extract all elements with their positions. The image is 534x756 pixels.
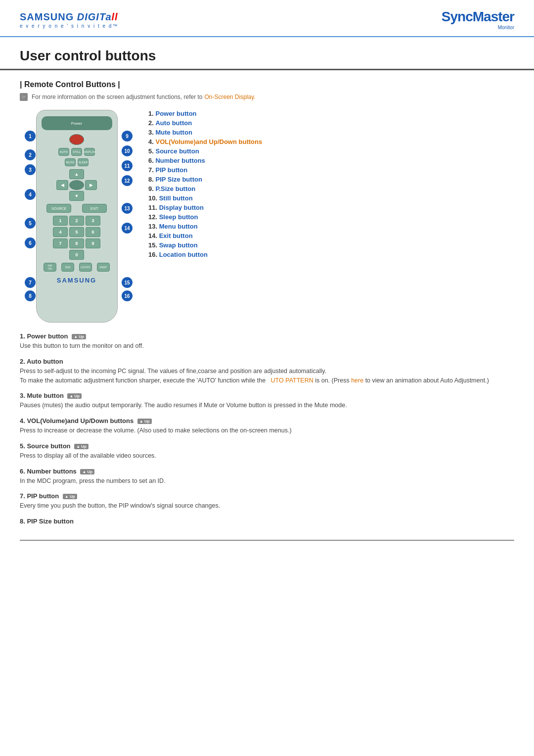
remote-diagram: 1 2 3 4 5 6 7 8 9 10 11 12 13 14 15 16 P…	[20, 110, 134, 323]
badge-2: 2	[25, 149, 36, 160]
list-num-9: 9.	[148, 185, 154, 192]
list-label-3: Mute button	[155, 129, 192, 136]
list-num-10: 10.	[148, 194, 157, 202]
list-label-12: Sleep button	[159, 213, 198, 221]
remote-auto-btn[interactable]: AUTO	[58, 148, 69, 156]
page-title-section: User control buttons	[0, 37, 534, 70]
remote-sleep-btn[interactable]: SLEEP	[78, 158, 89, 166]
remote-source-btn[interactable]: SOURCE	[46, 204, 71, 213]
page-title: User control buttons	[20, 48, 514, 64]
list-label-15: Swap button	[159, 241, 198, 249]
remote-top-bar: Power	[42, 116, 112, 130]
remote-swap-btn[interactable]: SWAP	[97, 263, 110, 272]
badge-14: 14	[122, 223, 133, 234]
desc-title-7: 7. PIP button ▲ Up	[20, 492, 514, 500]
list-label-1: Power button	[155, 110, 196, 117]
monitor-label: Monitor	[442, 25, 514, 30]
list-item-10: 10. Still button	[148, 194, 514, 202]
remote-num-0[interactable]: 0	[69, 250, 84, 260]
list-num-2: 2.	[148, 119, 154, 127]
badge-13: 13	[122, 203, 133, 214]
list-item-5: 5. Source button	[148, 147, 514, 155]
remote-mute-btn[interactable]: MUTE	[65, 158, 76, 166]
list-item-2: 2. Auto button	[148, 119, 514, 127]
remote-dpad-up[interactable]: ▲	[69, 169, 84, 179]
desc-title-6: 6. Number buttons ▲ Up	[20, 468, 514, 475]
remote-power-btn[interactable]	[69, 134, 84, 145]
desc-title-2: 2. Auto button	[20, 358, 514, 365]
remote-dpad: ▲ ◀ ▶ ▼	[42, 169, 112, 201]
remote-dpad-right[interactable]: ▶	[85, 180, 97, 190]
badge-5: 5	[25, 218, 36, 229]
desc-title-8: 8. PIP Size button	[20, 518, 514, 525]
desc-text-4: Press to increase or decrease the volume…	[20, 426, 514, 435]
remote-samsung-label: SAMSUNG	[42, 277, 112, 284]
desc-text-3: Pauses (mutes) the audio output temporar…	[20, 401, 514, 410]
desc-item-7: 7. PIP button ▲ Up Every time you push t…	[20, 492, 514, 511]
up-badge-3: ▲ Up	[67, 393, 82, 399]
remote-bottom-row: PIPON SIZE LOCATE SWAP	[42, 263, 112, 272]
list-num-16: 16.	[148, 251, 157, 258]
remote-dpad-left[interactable]: ◀	[56, 180, 68, 190]
list-item-13: 13. Menu button	[148, 223, 514, 230]
uto-pattern-link[interactable]: UTO PATTERN	[271, 377, 313, 384]
list-num-7: 7.	[148, 166, 154, 174]
list-label-9: P.Size button	[155, 185, 195, 192]
list-num-4: 4.	[148, 138, 154, 145]
remote-num-3[interactable]: 3	[86, 216, 100, 226]
remote-exit-btn[interactable]: EXIT	[82, 204, 107, 213]
list-item-3: 3. Mute button	[148, 129, 514, 136]
desc-text-5: Press to display all of the available vi…	[20, 451, 514, 461]
badge-11: 11	[122, 160, 133, 171]
list-item-15: 15. Swap button	[148, 241, 514, 249]
list-label-2: Auto button	[155, 119, 192, 127]
remote-power-row	[42, 134, 112, 145]
remote-body: Power AUTO STILL DISPLAY MUTE SLEEP	[36, 110, 118, 323]
remote-dpad-down[interactable]: ▼	[69, 191, 84, 201]
button-list: 1. Power button 2. Auto button 3. Mute b…	[148, 110, 514, 323]
remote-num-5[interactable]: 5	[69, 227, 84, 237]
page-header: SAMSUNG DIGITall e v e r y o n e ' s i n…	[0, 0, 534, 37]
remote-num-2[interactable]: 2	[69, 216, 84, 226]
list-label-10: Still button	[159, 194, 193, 202]
list-num-14: 14.	[148, 232, 157, 239]
list-num-12: 12.	[148, 213, 157, 221]
remote-num-1[interactable]: 1	[53, 216, 68, 226]
desc-title-1: 1. Power button ▲ Up	[20, 332, 514, 340]
info-line: ☞ For more information on the screen adj…	[20, 93, 514, 101]
section-heading: Remote Control Buttons	[20, 80, 514, 89]
remote-display-btn[interactable]: DISPLAY	[84, 148, 95, 156]
list-num-6: 6.	[148, 157, 154, 164]
desc-text-2: Press to self-adjust to the incoming PC …	[20, 367, 514, 385]
badge-6: 6	[25, 237, 36, 248]
remote-num-6[interactable]: 6	[86, 227, 100, 237]
desc-title-4: 4. VOL(Volume)and Up/Down buttons ▲ Up	[20, 417, 514, 425]
list-label-11: Display button	[159, 204, 204, 211]
desc-text-7: Every time you push the button, the PIP …	[20, 501, 514, 511]
desc-section: 1. Power button ▲ Up Use this button to …	[20, 332, 514, 525]
samsung-tagline: e v e r y o n e ' s i n v i t e d™	[20, 23, 118, 29]
list-item-9: 9. P.Size button	[148, 185, 514, 192]
remote-num-9[interactable]: 9	[86, 238, 100, 248]
syncmaster-text: SyncMaster	[442, 9, 514, 24]
remote-pip-btn[interactable]: PIPON	[44, 263, 56, 272]
list-item-1: 1. Power button	[148, 110, 514, 117]
list-item-16: 16. Location button	[148, 251, 514, 258]
up-badge-4: ▲ Up	[137, 419, 152, 424]
remote-num-8[interactable]: 8	[69, 238, 84, 248]
list-label-13: Menu button	[159, 223, 198, 230]
on-screen-display-link[interactable]: On-Screen Display.	[205, 94, 256, 100]
remote-num-7[interactable]: 7	[53, 238, 68, 248]
remote-num-4[interactable]: 4	[53, 227, 68, 237]
remote-mute-group: MUTE SLEEP	[42, 158, 112, 166]
list-num-13: 13.	[148, 223, 157, 230]
remote-size-btn[interactable]: SIZE	[61, 263, 74, 272]
remote-dpad-center[interactable]	[69, 180, 84, 190]
samsung-brand-text: SAMSUNG DIGITall	[20, 10, 118, 23]
list-num-3: 3.	[148, 129, 154, 136]
desc-item-8: 8. PIP Size button	[20, 518, 514, 525]
remote-locate-btn[interactable]: LOCATE	[79, 263, 92, 272]
here-link[interactable]: here	[351, 377, 363, 384]
remote-still-btn[interactable]: STILL	[71, 148, 82, 156]
badge-3: 3	[25, 164, 36, 175]
